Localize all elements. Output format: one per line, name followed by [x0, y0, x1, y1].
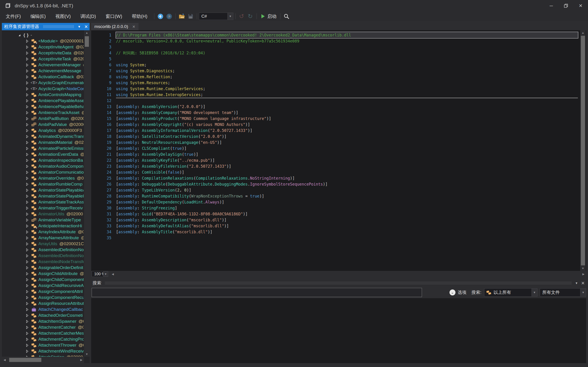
- scroll-down-icon[interactable]: ▼: [84, 352, 90, 357]
- code-line-17[interactable]: 17[assembly: AssemblyInformationalVersio…: [91, 127, 578, 133]
- tree-item-AmbiencePlayableBeha[interactable]: AmbiencePlayableBeha: [2, 104, 84, 110]
- tree-item-AnimatorVariableType[interactable]: AnimatorVariableType: [2, 217, 84, 223]
- expander-icon[interactable]: [25, 230, 29, 234]
- tree-item-AssembledNodeTransfe[interactable]: AssembledNodeTransfe: [2, 259, 84, 265]
- tree-item-AttachChangedCallbac[interactable]: AttachChangedCallbac: [2, 307, 84, 312]
- code-line-13[interactable]: 13[assembly: AssemblyVersion("2.0.0.0")]: [91, 104, 578, 110]
- code-line-5[interactable]: 5: [91, 56, 578, 62]
- code-line-21[interactable]: 21[assembly: AssemblyDelaySign(true)]: [91, 151, 578, 157]
- code-line-30[interactable]: 30[assembly: StringFreezing]: [91, 205, 578, 211]
- tree-item-AttachmentThrower[interactable]: AttachmentThrower@0: [2, 342, 84, 348]
- expander-icon[interactable]: [25, 188, 29, 192]
- code-line-2[interactable]: 2// mscorlib, Version=2.0.0.0, Culture=n…: [91, 38, 578, 44]
- menu-E[interactable]: 编辑(E): [26, 11, 51, 21]
- tree-item-AmbienceTrackAsset[interactable]: AmbienceTrackAsset@: [2, 110, 84, 116]
- expander-icon[interactable]: [25, 123, 29, 127]
- tree-item-AssembledDefinitionNo[interactable]: AssembledDefinitionNo: [2, 247, 84, 253]
- code-line-12[interactable]: 12: [91, 98, 578, 104]
- navigate-forward-button[interactable]: [165, 12, 174, 20]
- tree-item-AnimationInspectionBa[interactable]: AnimationInspectionBa: [2, 157, 84, 163]
- expander-icon[interactable]: [25, 343, 29, 347]
- tree-item-AmbiControlsMapping[interactable]: AmbiControlsMapping: [2, 92, 84, 98]
- expander-icon[interactable]: [25, 87, 29, 91]
- tree-item-AssignChildAttribute[interactable]: AssignChildAttribute@: [2, 271, 84, 277]
- expander-icon[interactable]: [25, 242, 29, 246]
- expander-icon[interactable]: [25, 135, 29, 139]
- tree-item-AssignChildRecursiveAt[interactable]: AssignChildRecursiveAt: [2, 283, 84, 289]
- expander-icon[interactable]: [25, 51, 29, 55]
- code-line-11[interactable]: 11using System.Runtime.InteropServices;: [91, 92, 578, 98]
- expander-icon[interactable]: [17, 33, 21, 37]
- menu-V[interactable]: 视图(V): [51, 11, 76, 21]
- expander-icon[interactable]: [25, 69, 29, 73]
- expander-icon[interactable]: [25, 278, 29, 282]
- expander-icon[interactable]: [25, 158, 29, 162]
- code-line-10[interactable]: 10using System.Runtime.CompilerServices;: [91, 86, 578, 92]
- zoom-level-combo[interactable]: 100 % ▼: [92, 271, 108, 277]
- search-assemblies-button[interactable]: [282, 12, 291, 20]
- expander-icon[interactable]: [25, 206, 29, 210]
- scroll-up-icon[interactable]: ▲: [580, 30, 586, 35]
- code-line-1[interactable]: 1// D:\Program Files (x86)\Steam\steamap…: [91, 32, 578, 38]
- tab-mscorlib[interactable]: mscorlib (2.0.0.0) ✕: [91, 23, 138, 30]
- scroll-right-icon[interactable]: ▶: [78, 357, 84, 363]
- tree-item-AttachmentCatchingPro[interactable]: AttachmentCatchingPro: [2, 336, 84, 342]
- language-combo[interactable]: C# ▼: [199, 13, 233, 20]
- expander-icon[interactable]: [25, 176, 29, 180]
- tree-item-AssignChildComponent[interactable]: AssignChildComponent: [2, 277, 84, 283]
- scroll-up-icon[interactable]: ▲: [84, 30, 90, 35]
- code-line-19[interactable]: 19[assembly: NeutralResourcesLanguage("e…: [91, 140, 578, 145]
- code-line-27[interactable]: 27[assembly: TypeLibVersion(2, 0)]: [91, 187, 578, 193]
- expander-icon[interactable]: [25, 81, 29, 85]
- expander-icon[interactable]: [25, 308, 29, 311]
- expander-icon[interactable]: [25, 266, 29, 270]
- expander-icon[interactable]: [25, 236, 29, 240]
- tree-item-ArrayUtils[interactable]: ArrayUtils@0200021C: [2, 241, 84, 247]
- tree-item-AssignComponentRecu[interactable]: AssignComponentRecu: [2, 294, 84, 300]
- expander-icon[interactable]: [25, 194, 29, 198]
- tree-item-AnticipateInteractionHi[interactable]: ♥AnticipateInteractionHi: [2, 223, 84, 229]
- tree-vertical-scrollbar[interactable]: ▲ ▼: [84, 30, 90, 357]
- tree-item-AnimatorStatePlayableA[interactable]: AnimatorStatePlayableA: [2, 187, 84, 193]
- search-panel-header[interactable]: 搜索 ▼ ✕: [91, 279, 586, 287]
- tree-item-AssembledDefinitionNo[interactable]: AssembledDefinitionNo: [2, 253, 84, 259]
- code-line-18[interactable]: 18[assembly: SatelliteContractVersion("2…: [91, 133, 578, 140]
- tree-item-AttachStation[interactable]: AttachStation@020004: [2, 354, 84, 357]
- expander-icon[interactable]: [25, 302, 29, 306]
- tree-item-AssignResourceAttribut[interactable]: AssignResourceAttribut: [2, 300, 84, 307]
- tree-item-AnimatorUtils[interactable]: AnimatorUtils@02000: [2, 211, 84, 217]
- code-line-15[interactable]: 15[assembly: AssemblyProduct("MONO Commo…: [91, 116, 578, 122]
- expander-icon[interactable]: [25, 212, 29, 216]
- code-line-22[interactable]: 22[assembly: AssemblyKeyFile("../ecma.pu…: [91, 157, 578, 163]
- assembly-explorer-header[interactable]: 程序集资源管理器 ▼ ✕: [2, 23, 90, 30]
- tree-item-AnimatorStateTrackAss[interactable]: AnimatorStateTrackAss: [2, 199, 84, 205]
- expander-icon[interactable]: [25, 314, 29, 317]
- panel-menu-button[interactable]: ▼: [573, 279, 580, 287]
- code-editor[interactable]: 1// D:\Program Files (x86)\Steam\steamap…: [91, 30, 586, 271]
- expander-icon[interactable]: [25, 39, 29, 43]
- tree-item-AcyclicGraph[interactable]: <T>AcyclicGraph<NodeCon: [2, 86, 84, 92]
- code-line-34[interactable]: 34[assembly: AssemblyTitle("mscorlib.dll…: [91, 229, 578, 235]
- redo-button[interactable]: ↻: [246, 12, 255, 20]
- tree-item-AttachedOrderCosmeti[interactable]: AttachedOrderCosmeti: [2, 312, 84, 318]
- expander-icon[interactable]: [25, 57, 29, 61]
- code-line-26[interactable]: 26[assembly: Debuggable(DebuggableAttrib…: [91, 181, 578, 187]
- expander-icon[interactable]: [25, 147, 29, 150]
- expander-icon[interactable]: [25, 111, 29, 115]
- tree-item-AnimatorTriggerReceiv[interactable]: AnimatorTriggerReceiv: [2, 205, 84, 211]
- expander-icon[interactable]: [25, 284, 29, 288]
- code-line-25[interactable]: 25[assembly: CompilationRelaxations(Comp…: [91, 175, 578, 181]
- scroll-left-icon[interactable]: ◀: [110, 271, 115, 277]
- expander-icon[interactable]: [25, 152, 29, 156]
- tree-item-AnimatorStatePlayableI[interactable]: AnimatorStatePlayableI: [2, 193, 84, 199]
- code-line-3[interactable]: 3: [91, 44, 578, 50]
- expander-icon[interactable]: [25, 200, 29, 204]
- expander-icon[interactable]: [25, 272, 29, 276]
- expander-icon[interactable]: [25, 165, 29, 168]
- tree-item-ArrayNamesAttribute[interactable]: ArrayNamesAttribute@: [2, 235, 84, 241]
- tree-item-ArrayIndexAttribute[interactable]: ArrayIndexAttribute@0: [2, 229, 84, 235]
- tree-item-AnimatedMaterial[interactable]: AnimatedMaterial@02: [2, 140, 84, 145]
- scroll-left-icon[interactable]: ◀: [2, 357, 7, 363]
- search-options-icon[interactable]: ⌄: [450, 290, 456, 295]
- expander-icon[interactable]: [25, 99, 29, 103]
